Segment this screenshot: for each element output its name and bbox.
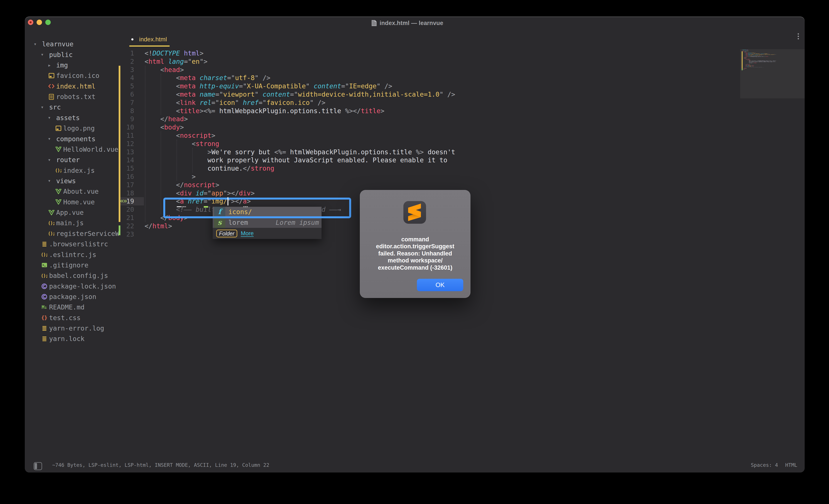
sidebar-item-label: robots.txt bbox=[56, 91, 96, 102]
code-line[interactable]: </head> bbox=[145, 115, 455, 123]
tab-overflow-menu-icon[interactable] bbox=[797, 33, 800, 41]
code-line[interactable]: work properly without JavaScript enabled… bbox=[145, 156, 455, 164]
sidebar-item-registerservicew[interactable]: ();registerServiceW bbox=[25, 228, 119, 239]
sidebar-item-label: src bbox=[49, 102, 61, 113]
code-line[interactable]: <link rel="icon" href="favicon.ico" /> bbox=[145, 99, 455, 107]
code-line[interactable]: <meta charset="utf-8" /> bbox=[145, 74, 455, 82]
triangle-down-icon[interactable]: ▼ bbox=[48, 176, 50, 186]
file-type-lines-icon bbox=[41, 334, 48, 344]
file-type-shell-icon bbox=[41, 260, 48, 270]
triangle-down-icon[interactable]: ▼ bbox=[34, 39, 36, 49]
line-number: 14 bbox=[119, 156, 134, 164]
code-line[interactable]: >We're sorry but <%= htmlWebpackPlugin.o… bbox=[145, 148, 455, 156]
sidebar-item-package-json[interactable]: package.json bbox=[25, 292, 119, 302]
ok-button[interactable]: OK bbox=[417, 279, 463, 291]
sidebar-item--gitignore[interactable]: .gitignore bbox=[25, 260, 119, 270]
status-spaces[interactable]: Spaces: 4 bbox=[751, 458, 778, 472]
sidebar-item-robots-txt[interactable]: robots.txt bbox=[25, 91, 119, 102]
sidebar-item-label: Home.vue bbox=[63, 197, 95, 207]
underline-decoration bbox=[177, 206, 181, 207]
sidebar-item-img[interactable]: ▶img bbox=[25, 60, 119, 71]
file-type-js-icon: (); bbox=[48, 228, 55, 239]
triangle-down-icon[interactable]: ▼ bbox=[41, 49, 43, 60]
kind-filter-badge[interactable]: Folder bbox=[216, 230, 237, 237]
triangle-down-icon[interactable]: ▼ bbox=[48, 113, 50, 123]
file-type-lines-icon bbox=[41, 239, 48, 249]
sidebar-item-index-js[interactable]: ();index.js bbox=[25, 165, 119, 176]
line-number: 16 bbox=[119, 172, 134, 181]
sidebar-item-views[interactable]: ▼views bbox=[25, 176, 119, 186]
triangle-down-icon[interactable]: ▼ bbox=[48, 155, 50, 165]
more-link[interactable]: More bbox=[241, 230, 254, 237]
code-line[interactable]: <noscript> bbox=[145, 131, 455, 140]
file-type-js-icon: (); bbox=[55, 165, 62, 176]
autocomplete-item[interactable]: s lorem Lorem ipsum bbox=[213, 218, 322, 228]
sidebar-item-label: views bbox=[56, 176, 76, 186]
app-window: index.html — learnvue index.html ▼learnv… bbox=[25, 16, 805, 472]
autocomplete-footer: Folder More bbox=[213, 228, 322, 239]
sidebar-item-label: index.html bbox=[56, 81, 96, 91]
sidebar-item-index-html[interactable]: index.html bbox=[25, 81, 119, 91]
sidebar-item-learnvue[interactable]: ▼learnvue bbox=[25, 39, 119, 49]
sidebar-item-yarn-lock[interactable]: yarn.lock bbox=[25, 334, 119, 344]
code-line[interactable]: continue.</strong bbox=[145, 164, 455, 172]
gutter-quotes-icon: «» bbox=[120, 197, 127, 205]
code-line[interactable]: <!DOCTYPE html> bbox=[145, 49, 455, 57]
line-number: 3 bbox=[119, 66, 134, 74]
line-number: 12 bbox=[119, 140, 134, 148]
sidebar-item-about-vue[interactable]: About.vue bbox=[25, 186, 119, 197]
file-type-doc-icon bbox=[48, 91, 55, 102]
sidebar-item--eslintrc-js[interactable]: ();.eslintrc.js bbox=[25, 249, 119, 260]
sidebar-item-label: test.css bbox=[49, 312, 81, 323]
code-line[interactable]: <html lang="en"> bbox=[145, 57, 455, 66]
code-line[interactable]: <body> bbox=[145, 123, 455, 131]
sidebar-item-public[interactable]: ▼public bbox=[25, 49, 119, 60]
sublime-text-logo bbox=[403, 201, 426, 224]
code-line[interactable]: > bbox=[145, 172, 455, 181]
file-type-js-icon: (); bbox=[41, 249, 48, 260]
sidebar-item-test-css[interactable]: {}test.css bbox=[25, 312, 119, 323]
selection-region-box bbox=[163, 198, 351, 218]
sidebar-toggle-icon[interactable] bbox=[34, 462, 42, 470]
code-line[interactable]: <strong bbox=[145, 140, 455, 148]
sidebar-item-label: components bbox=[56, 133, 96, 144]
line-number: 7 bbox=[119, 99, 134, 107]
text-caret bbox=[227, 197, 228, 205]
sidebar-item--browserslistrc[interactable]: .browserslistrc bbox=[25, 239, 119, 249]
line-number: 2 bbox=[119, 57, 134, 66]
code-line[interactable]: <head> bbox=[145, 66, 455, 74]
sidebar-item-yarn-error-log[interactable]: yarn-error.log bbox=[25, 323, 119, 334]
triangle-down-icon[interactable]: ▼ bbox=[48, 133, 50, 144]
sidebar-item-logo-png[interactable]: logo.png bbox=[25, 123, 119, 133]
triangle-right-icon[interactable]: ▶ bbox=[48, 60, 50, 71]
sidebar-item-favicon-ico[interactable]: favicon.ico bbox=[25, 71, 119, 81]
line-number: 10 bbox=[119, 123, 134, 131]
sidebar-item-src[interactable]: ▼src bbox=[25, 102, 119, 113]
window-title: index.html — learnvue bbox=[380, 20, 443, 27]
status-syntax[interactable]: HTML bbox=[785, 458, 797, 472]
line-number: 9 bbox=[119, 115, 134, 123]
sidebar-item-package-lock-json[interactable]: package-lock.json bbox=[25, 281, 119, 292]
sidebar-item-babel-config-js[interactable]: ();babel.config.js bbox=[25, 271, 119, 281]
sidebar-item-readme-md[interactable]: M↓README.md bbox=[25, 302, 119, 312]
sidebar-item-app-vue[interactable]: App.vue bbox=[25, 207, 119, 218]
code-line[interactable]: <meta http-equiv="X-UA-Compatible" conte… bbox=[145, 82, 455, 90]
sidebar-item-main-js[interactable]: ();main.js bbox=[25, 218, 119, 228]
code-line[interactable]: </noscript> bbox=[145, 181, 455, 189]
sidebar-item-label: babel.config.js bbox=[49, 271, 108, 281]
file-type-css-icon: {} bbox=[41, 312, 48, 323]
sidebar-item-label: registerServiceW bbox=[56, 228, 119, 239]
file-type-image-icon bbox=[48, 71, 55, 81]
line-number: 23 bbox=[119, 230, 134, 238]
sidebar-item-assets[interactable]: ▼assets bbox=[25, 113, 119, 123]
sidebar-item-components[interactable]: ▼components bbox=[25, 133, 119, 144]
sidebar-item-helloworld-vue[interactable]: HelloWorld.vue bbox=[25, 144, 119, 155]
triangle-down-icon[interactable]: ▼ bbox=[41, 102, 43, 113]
code-line[interactable]: <title><%= htmlWebpackPlugin.options.tit… bbox=[145, 107, 455, 115]
sidebar-item-home-vue[interactable]: Home.vue bbox=[25, 197, 119, 207]
code-line[interactable]: <meta name="viewport" content="width=dev… bbox=[145, 90, 455, 99]
titlebar: index.html — learnvue bbox=[25, 16, 805, 30]
sidebar-item-router[interactable]: ▼router bbox=[25, 155, 119, 165]
line-number: 17 bbox=[119, 181, 134, 189]
dotted-underline-decoration bbox=[182, 206, 186, 207]
